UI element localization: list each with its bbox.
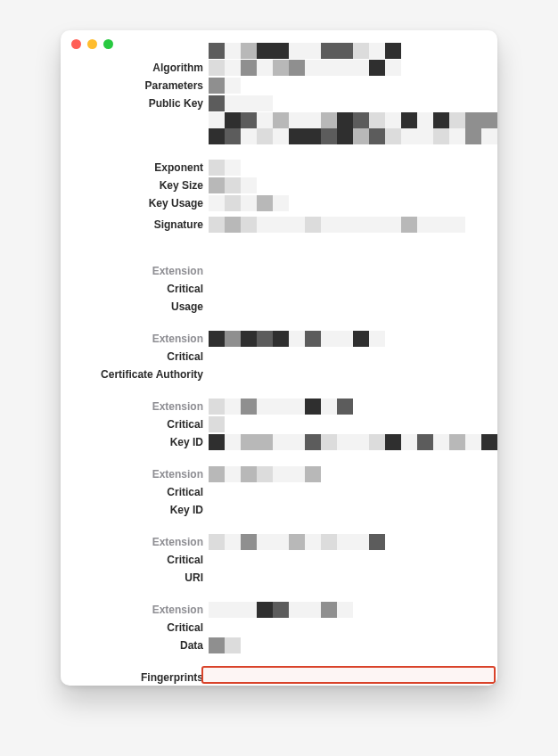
redacted-value (209, 534, 385, 550)
label-critical: Critical (61, 348, 203, 366)
redacted-value (209, 78, 241, 94)
label-key-size: Key Size (61, 177, 203, 194)
redacted-value (209, 95, 273, 111)
certificate-details-window: Algorithm Parameters Public Key (61, 30, 497, 686)
redacted-value (209, 195, 289, 211)
redacted-value (209, 112, 497, 128)
redacted-value (209, 416, 225, 432)
label-fingerprints: Fingerprints (61, 669, 203, 686)
redacted-value (209, 637, 241, 653)
redacted-value (209, 177, 257, 193)
label-exponent: Exponent (61, 159, 203, 177)
label-extension: Extension (61, 262, 203, 280)
label-data: Data (61, 637, 203, 654)
label-critical: Critical (61, 619, 203, 637)
label-critical: Critical (61, 483, 203, 501)
label-critical: Critical (61, 280, 203, 298)
redacted-value (209, 160, 241, 176)
redacted-value (209, 217, 465, 233)
label-extension: Extension (61, 330, 203, 348)
redacted-value (209, 128, 497, 144)
label-signature: Signature (61, 216, 203, 234)
label-extension: Extension (61, 601, 203, 619)
redacted-value (209, 434, 497, 450)
label-key-id: Key ID (61, 501, 203, 519)
label-usage: Usage (61, 298, 203, 316)
label-extension: Extension (61, 465, 203, 483)
redacted-value (209, 602, 353, 618)
label-critical: Critical (61, 551, 203, 569)
sha1-highlight-box (201, 666, 496, 684)
label-critical: Critical (61, 415, 203, 433)
label-uri: URI (61, 569, 203, 587)
label-extension: Extension (61, 533, 203, 551)
label-algorithm: Algorithm (61, 59, 203, 77)
redacted-value (209, 43, 401, 59)
certificate-fields: Algorithm Parameters Public Key (61, 43, 497, 686)
redacted-value (209, 331, 385, 347)
label-public-key: Public Key (61, 94, 203, 112)
label-parameters: Parameters (61, 77, 203, 94)
label-key-usage: Key Usage (61, 194, 203, 212)
label-key-id: Key ID (61, 433, 203, 451)
label-certificate-authority: Certificate Authority (61, 366, 203, 383)
label-extension: Extension (61, 398, 203, 415)
redacted-value (209, 466, 321, 482)
redacted-value (209, 399, 353, 415)
redacted-value (209, 60, 401, 76)
